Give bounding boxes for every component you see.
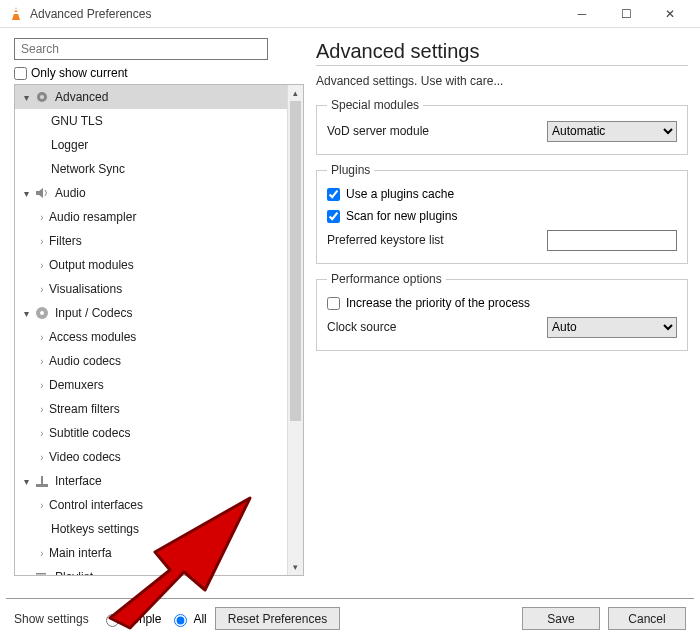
speaker-icon	[33, 184, 51, 202]
show-settings-simple-radio[interactable]: Simple	[101, 611, 162, 627]
scroll-up-icon[interactable]: ▴	[288, 85, 303, 101]
show-settings-label: Show settings	[14, 612, 89, 626]
chevron-down-icon[interactable]: ▾	[19, 476, 33, 487]
tree-item-main-interfaces[interactable]: ›Main interfa	[15, 541, 287, 565]
svg-rect-8	[36, 484, 48, 487]
tree-item-subtitle-codecs[interactable]: ›Subtitle codecs	[15, 421, 287, 445]
svg-marker-5	[36, 188, 43, 198]
close-button[interactable]: ✕	[648, 0, 692, 28]
chevron-right-icon[interactable]: ›	[35, 428, 49, 439]
minimize-button[interactable]: ─	[560, 0, 604, 28]
tree-item-output-modules[interactable]: ›Output modules	[15, 253, 287, 277]
heading-divider	[316, 65, 688, 66]
vod-server-select[interactable]: Automatic	[547, 121, 677, 142]
tree-item-filters[interactable]: ›Filters	[15, 229, 287, 253]
chevron-down-icon[interactable]: ▾	[19, 308, 33, 319]
radio-simple[interactable]	[106, 614, 119, 627]
group-plugins: Plugins Use a plugins cache Scan for new…	[316, 163, 688, 264]
tree-item-gnu-tls[interactable]: GNU TLS	[15, 109, 287, 133]
preferred-keystore-input[interactable]	[547, 230, 677, 251]
tree-scrollbar[interactable]: ▴ ▾	[287, 85, 303, 575]
group-special-modules-label: Special modules	[327, 98, 423, 112]
increase-priority-box[interactable]	[327, 297, 340, 310]
chevron-right-icon[interactable]: ›	[35, 332, 49, 343]
svg-point-7	[40, 311, 44, 315]
tree-item-logger[interactable]: Logger	[15, 133, 287, 157]
tree-item-access-modules[interactable]: ›Access modules	[15, 325, 287, 349]
group-special-modules: Special modules VoD server module Automa…	[316, 98, 688, 155]
use-plugins-cache-box[interactable]	[327, 188, 340, 201]
svg-point-4	[40, 95, 44, 99]
svg-rect-9	[41, 476, 43, 484]
chevron-right-icon[interactable]: ›	[35, 212, 49, 223]
tree-item-network-sync[interactable]: Network Sync	[15, 157, 287, 181]
gear-icon	[33, 88, 51, 106]
chevron-right-icon[interactable]: ›	[35, 380, 49, 391]
tree-item-demuxers[interactable]: ›Demuxers	[15, 373, 287, 397]
tree-item-hotkeys-settings[interactable]: Hotkeys settings	[15, 517, 287, 541]
chevron-right-icon[interactable]: ›	[35, 284, 49, 295]
chevron-down-icon[interactable]: ▾	[19, 572, 33, 576]
vlc-cone-icon	[8, 6, 24, 22]
window-title: Advanced Preferences	[30, 7, 151, 21]
chevron-right-icon[interactable]: ›	[35, 500, 49, 511]
group-performance-label: Performance options	[327, 272, 446, 286]
right-pane: Advanced settings Advanced settings. Use…	[310, 28, 700, 598]
chevron-down-icon[interactable]: ▾	[19, 92, 33, 103]
search-input[interactable]	[14, 38, 268, 60]
svg-rect-2	[14, 9, 18, 11]
use-plugins-cache-checkbox[interactable]: Use a plugins cache	[327, 183, 677, 205]
maximize-button[interactable]: ☐	[604, 0, 648, 28]
show-settings-all-radio[interactable]: All	[169, 611, 206, 627]
vod-server-label: VoD server module	[327, 124, 547, 138]
disc-icon	[33, 304, 51, 322]
tree-item-visualisations[interactable]: ›Visualisations	[15, 277, 287, 301]
chevron-right-icon[interactable]: ›	[35, 260, 49, 271]
tree-item-stream-filters[interactable]: ›Stream filters	[15, 397, 287, 421]
left-pane: Only show current ▾ Advanced GNU TLS Log…	[0, 28, 310, 598]
page-subdesc: Advanced settings. Use with care...	[316, 74, 688, 88]
reset-preferences-button[interactable]: Reset Preferences	[215, 607, 340, 630]
svg-rect-10	[36, 573, 46, 575]
tree-item-input-codecs[interactable]: ▾ Input / Codecs	[15, 301, 287, 325]
chevron-right-icon[interactable]: ›	[35, 548, 49, 559]
only-show-current-checkbox[interactable]: Only show current	[14, 66, 302, 80]
brush-icon	[33, 472, 51, 490]
bottom-bar: Show settings Simple All Reset Preferenc…	[6, 598, 694, 638]
cancel-button[interactable]: Cancel	[608, 607, 686, 630]
chevron-right-icon[interactable]: ›	[35, 236, 49, 247]
radio-all[interactable]	[174, 614, 187, 627]
chevron-right-icon[interactable]: ›	[35, 356, 49, 367]
scan-new-plugins-box[interactable]	[327, 210, 340, 223]
clock-source-label: Clock source	[327, 320, 547, 334]
clock-source-select[interactable]: Auto	[547, 317, 677, 338]
svg-rect-1	[13, 12, 19, 14]
playlist-icon	[33, 568, 51, 575]
save-button[interactable]: Save	[522, 607, 600, 630]
tree-item-playlist[interactable]: ▾ Playlist	[15, 565, 287, 575]
group-plugins-label: Plugins	[327, 163, 374, 177]
show-settings-group: Show settings Simple All Reset Preferenc…	[14, 607, 340, 630]
increase-priority-checkbox[interactable]: Increase the priority of the process	[327, 292, 677, 314]
tree-item-control-interfaces[interactable]: ›Control interfaces	[15, 493, 287, 517]
tree-item-advanced[interactable]: ▾ Advanced	[15, 85, 287, 109]
only-show-current-box[interactable]	[14, 67, 27, 80]
settings-tree: ▾ Advanced GNU TLS Logger Network Sync ▾…	[14, 84, 304, 576]
chevron-right-icon[interactable]: ›	[35, 452, 49, 463]
titlebar: Advanced Preferences ─ ☐ ✕	[0, 0, 700, 28]
group-performance: Performance options Increase the priorit…	[316, 272, 688, 351]
scan-new-plugins-checkbox[interactable]: Scan for new plugins	[327, 205, 677, 227]
chevron-down-icon[interactable]: ▾	[19, 188, 33, 199]
scroll-thumb[interactable]	[290, 101, 301, 421]
preferred-keystore-label: Preferred keystore list	[327, 233, 547, 247]
tree-item-video-codecs[interactable]: ›Video codecs	[15, 445, 287, 469]
tree-item-audio-codecs[interactable]: ›Audio codecs	[15, 349, 287, 373]
page-heading: Advanced settings	[316, 40, 688, 63]
tree-item-audio[interactable]: ▾ Audio	[15, 181, 287, 205]
chevron-right-icon[interactable]: ›	[35, 404, 49, 415]
scroll-down-icon[interactable]: ▾	[288, 559, 303, 575]
tree-item-interface[interactable]: ▾ Interface	[15, 469, 287, 493]
only-show-current-label: Only show current	[31, 66, 128, 80]
tree-item-audio-resampler[interactable]: ›Audio resampler	[15, 205, 287, 229]
